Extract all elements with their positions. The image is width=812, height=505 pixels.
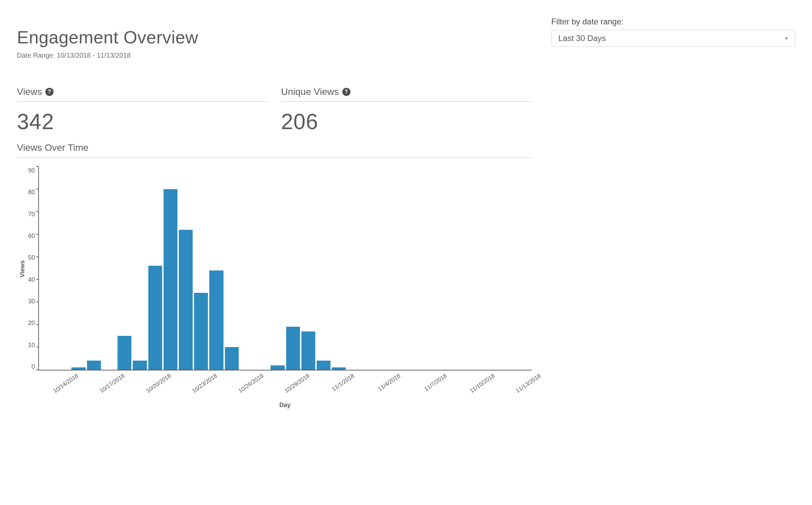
- chart-bar: [179, 230, 193, 370]
- chart-bar: [286, 327, 300, 370]
- y-tick-label: 90: [28, 167, 35, 174]
- unique-views-label: Unique Views: [281, 86, 339, 97]
- x-tick-label: 10/26/2018: [237, 372, 265, 395]
- chart-bar: [317, 361, 330, 370]
- y-tick-label: 70: [28, 211, 35, 218]
- chart-bar: [332, 367, 346, 370]
- y-axis-label: Views: [17, 260, 28, 278]
- y-tick-label: 10: [28, 342, 35, 349]
- chart-bar: [271, 365, 284, 370]
- date-range-label: Date Range: 10/13/2018 - 11/13/2018: [17, 52, 198, 59]
- chart-bar: [71, 367, 85, 370]
- views-over-time-chart: Views 9080706050403020100 10/14/201810/1…: [17, 167, 532, 411]
- views-card: Views ? 342: [17, 86, 268, 134]
- help-icon[interactable]: ?: [342, 88, 350, 96]
- y-tick-label: 50: [28, 254, 35, 261]
- x-tick-label: 11/10/2018: [468, 372, 496, 395]
- help-icon[interactable]: ?: [45, 88, 54, 96]
- unique-views-card: Unique Views ? 206: [281, 86, 532, 134]
- x-tick-label: 10/14/2018: [52, 372, 80, 395]
- x-tick-label: 10/17/2018: [99, 372, 126, 395]
- y-tick-label: 30: [28, 298, 35, 305]
- x-tick-label: 10/20/2018: [145, 372, 172, 395]
- filter-label: Filter by date range:: [551, 17, 795, 26]
- chevron-down-icon: ▼: [784, 36, 789, 41]
- chart-bar: [225, 347, 239, 370]
- y-tick-label: 0: [31, 363, 35, 370]
- chart-bar: [194, 293, 208, 370]
- y-tick-label: 80: [28, 189, 35, 196]
- plot-area: [38, 167, 532, 370]
- x-tick-label: 10/29/2018: [283, 372, 311, 395]
- chart-bar: [87, 361, 101, 370]
- views-label: Views: [17, 86, 42, 97]
- chart-bar: [164, 189, 177, 370]
- x-axis-ticks: 10/14/201810/17/201810/20/201810/23/2018…: [38, 372, 532, 400]
- x-axis-label: Day: [38, 402, 532, 409]
- y-tick-label: 60: [28, 233, 35, 240]
- date-range-dropdown[interactable]: Last 30 Days ▼: [551, 30, 795, 47]
- x-tick-label: 11/13/2018: [515, 372, 542, 395]
- x-tick-label: 11/4/2018: [377, 372, 402, 393]
- x-tick-label: 10/23/2018: [191, 372, 218, 395]
- chart-bar: [301, 331, 315, 370]
- chart-bar: [209, 270, 223, 370]
- unique-views-value: 206: [281, 109, 532, 134]
- views-value: 342: [17, 109, 268, 134]
- chart-bar: [133, 361, 147, 370]
- date-range-dropdown-value: Last 30 Days: [558, 34, 606, 43]
- x-tick-label: 11/7/2018: [423, 372, 448, 393]
- chart-bar: [148, 266, 162, 370]
- chart-title: Views Over Time: [17, 142, 532, 158]
- y-tick-label: 20: [28, 320, 35, 327]
- chart-bar: [117, 336, 131, 370]
- y-axis-ticks: 9080706050403020100: [28, 167, 38, 370]
- page-title: Engagement Overview: [17, 27, 198, 47]
- x-tick-label: 11/1/2018: [331, 372, 356, 393]
- y-tick-label: 40: [28, 276, 35, 283]
